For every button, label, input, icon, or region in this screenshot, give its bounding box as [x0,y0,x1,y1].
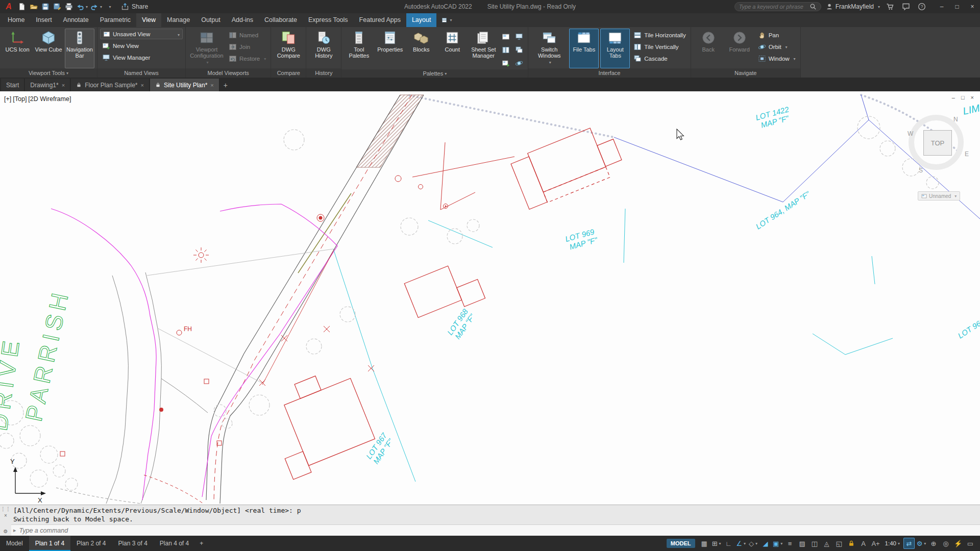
close-tab-icon[interactable]: × [141,82,144,88]
model-paper-space-button[interactable]: MODEL [667,539,695,548]
layout-tab-plan1[interactable]: Plan 1 of 4 [29,536,70,551]
plot-button[interactable] [63,1,75,12]
panel-title-model-viewports[interactable]: Model Viewports [186,68,271,78]
object-snap-toggle[interactable]: ▣ [772,538,783,549]
annotation-monitor-toggle[interactable]: ⊕ [928,538,939,549]
save-as-button[interactable] [52,1,63,12]
panel-title-viewport-tools[interactable]: Viewport Tools [0,68,97,78]
clean-screen-button[interactable]: ▭ [965,538,976,549]
command-history[interactable]: [All/Center/Dynamic/Extents/Previous/Sca… [11,505,980,524]
new-tab-button[interactable]: + [220,79,231,91]
isometric-drafting-toggle[interactable]: ◇ [748,538,759,549]
tab-featured-apps[interactable]: Featured Apps [354,13,406,27]
cascade-button[interactable]: Cascade [631,54,688,64]
file-tab-drawing1[interactable]: Drawing1* × [25,79,70,91]
forward-button[interactable]: Forward [725,29,754,68]
orbit-button[interactable]: Orbit [756,42,798,52]
doc-minimize-icon[interactable]: – [952,94,955,101]
view-control[interactable]: [Top] [13,95,27,103]
command-input-row[interactable]: ▸ [11,524,980,536]
lineweight-toggle[interactable]: ≡ [785,538,796,549]
tab-insert[interactable]: Insert [30,13,57,27]
tab-annotate[interactable]: Annotate [58,13,94,27]
polar-tracking-toggle[interactable]: ∠ [736,538,747,549]
lock-ui-toggle[interactable] [846,538,857,549]
command-input[interactable] [19,527,234,534]
palette-extra-button-3[interactable] [500,44,512,56]
close-tab-icon[interactable]: × [210,82,213,88]
isolate-objects-button[interactable]: ◎ [940,538,951,549]
panel-title-history[interactable]: History [306,68,341,78]
panel-title-named-views[interactable]: Named Views [97,68,185,78]
new-drawing-button[interactable] [16,1,28,12]
view-cube-button[interactable]: View Cube [34,29,63,68]
minimize-button[interactable]: – [934,0,949,13]
tab-add-ins[interactable]: Add-ins [226,13,259,27]
autocad-logo-icon[interactable]: A [3,1,14,12]
tab-collaborate[interactable]: Collaborate [259,13,303,27]
signed-in-user[interactable]: FrankMayfield [826,3,880,10]
save-button[interactable] [40,1,51,12]
properties-palette-button[interactable]: Properties [375,29,405,69]
palette-extra-button-6[interactable] [513,57,525,69]
object-snap-tracking-toggle[interactable]: ◢ [760,538,771,549]
drawing-canvas[interactable]: PARRISH DRIVE FH LOT 1422 MAP "F" LOT 96… [0,91,980,505]
layout-tabs-toggle[interactable]: Layout Tabs [600,29,630,68]
tab-manage[interactable]: Manage [161,13,195,27]
layout-tab-plan3[interactable]: Plan 3 of 4 [112,536,153,551]
doc-close-icon[interactable]: × [971,94,974,101]
panel-title-palettes[interactable]: Palettes [341,69,528,78]
dynamic-ucs-toggle[interactable]: ◱ [834,538,845,549]
workspace-switching-button[interactable]: ⚙ [916,538,927,549]
viewport-configuration-button[interactable]: Viewport Configuration [188,29,225,68]
file-tab-site-utility-plan[interactable]: Site Utility Plan* × [150,79,219,91]
compass-west[interactable]: W [908,130,913,137]
named-viewports-button[interactable]: Named [227,30,268,40]
doc-restore-icon[interactable]: □ [961,94,965,101]
tab-layout[interactable]: Layout [406,13,437,27]
annotation-visibility-toggle[interactable]: A [858,538,869,549]
help-button[interactable] [916,1,927,12]
close-button[interactable]: × [965,0,980,13]
dwg-history-button[interactable]: DWG History [309,29,338,68]
tile-vertically-button[interactable]: Tile Vertically [631,42,688,52]
navigation-bar-button[interactable]: Navigation Bar [65,29,94,68]
layout-tab-model[interactable]: Model [0,536,29,551]
snap-mode-toggle[interactable]: ⊞ [711,538,722,549]
file-tab-floor-plan-sample[interactable]: Floor Plan Sample* × [71,79,150,91]
command-customize-icon[interactable]: ⚙ [4,529,8,534]
command-window-close-icon[interactable]: × [4,513,7,518]
qat-customize-button[interactable] [104,1,115,12]
compass-east[interactable]: E [965,151,969,158]
pan-button[interactable]: Pan [756,30,798,40]
viewport-menu-control[interactable]: [+] [4,95,11,103]
named-view-combobox[interactable]: Unsaved View [100,29,183,39]
ortho-mode-toggle[interactable]: ∟ [723,538,734,549]
undo-button[interactable] [75,1,89,12]
dwg-compare-button[interactable]: DWG Compare [274,29,303,68]
visual-style-control[interactable]: [2D Wireframe] [28,95,71,103]
autoscale-toggle[interactable]: A+ [870,538,881,549]
3d-object-snap-toggle[interactable]: ◬ [821,538,832,549]
tab-view[interactable]: View [136,13,161,27]
transparency-toggle[interactable]: ▨ [797,538,808,549]
navigation-bar-view-box[interactable]: Unnamed [918,191,960,201]
search-icon[interactable] [810,3,817,10]
restore-button[interactable]: □ [949,0,965,13]
switch-windows-button[interactable]: Switch Windows [531,29,568,68]
grid-display-toggle[interactable]: ▦ [699,538,710,549]
annotation-sync-toggle[interactable]: ⇄ [903,538,915,549]
search-input[interactable] [739,4,806,10]
back-button[interactable]: Back [694,29,723,68]
search-field[interactable] [734,2,821,11]
zoom-window-button[interactable]: Window [756,54,798,64]
panel-title-interface[interactable]: Interface [528,68,690,78]
viewcube[interactable]: TOP N E S W [904,109,972,180]
tile-horizontally-button[interactable]: Tile Horizontally [631,30,688,40]
tab-parametric[interactable]: Parametric [94,13,136,27]
panel-title-navigate[interactable]: Navigate [691,68,800,78]
count-palette-button[interactable]: Count [437,29,467,69]
command-window-grip[interactable]: ⋮⋮ [1,506,11,512]
ucs-icon-button[interactable]: UCS Icon [3,29,32,68]
compass-south[interactable]: S [919,167,923,174]
